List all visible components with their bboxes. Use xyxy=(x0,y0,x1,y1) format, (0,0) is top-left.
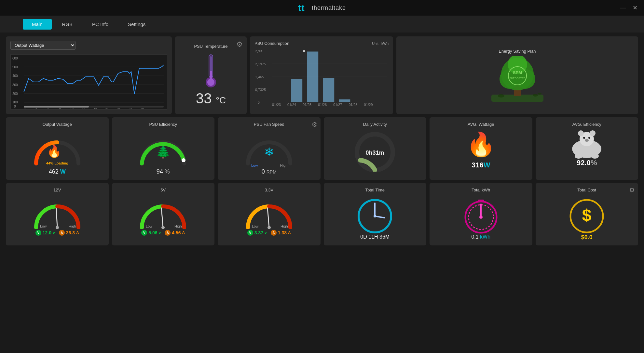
svg-text:27: 27 xyxy=(129,107,132,109)
output-wattage-chart-card: Output Wattage 600 500 400 300 xyxy=(6,36,172,114)
app-title-text: thermaltake xyxy=(312,5,346,11)
svg-text:Low: Low xyxy=(252,224,258,228)
svg-text:100: 100 xyxy=(12,100,18,104)
svg-rect-31 xyxy=(210,71,212,83)
total-time-value: 0D 11H 36M xyxy=(360,234,390,240)
v5-gauge-svg: Low High xyxy=(135,195,191,229)
svg-text:Low: Low xyxy=(251,163,258,167)
svg-text:44% Loading: 44% Loading xyxy=(46,161,68,165)
svg-point-93 xyxy=(267,226,271,229)
energy-title: Energy Saving Plan xyxy=(499,49,536,54)
v33-voltage-badge: V 3.37v xyxy=(247,230,267,236)
wattage-chart-svg: 600 500 400 300 200 100 0 0 3 6 9 xyxy=(11,55,167,109)
daily-activity-label: Daily Activity xyxy=(363,122,387,127)
psu-temp-value: 33 °C xyxy=(196,90,226,107)
svg-text:0: 0 xyxy=(258,100,260,104)
app-logo-icon: tt xyxy=(298,3,308,13)
svg-point-99 xyxy=(374,215,376,217)
svg-point-89 xyxy=(161,226,165,229)
output-wattage-value: 462 W xyxy=(49,168,66,175)
svg-point-85 xyxy=(56,226,59,229)
psu-efficiency-value: 94 % xyxy=(157,168,170,175)
psu-temp-card: PSU Temperature ⚙ 33 °C xyxy=(175,36,247,114)
consumption-card: PSU Consumption Unit : kWh 2,93 2,1975 1… xyxy=(250,36,393,114)
svg-text:24: 24 xyxy=(117,107,120,109)
svg-line-92 xyxy=(267,208,269,228)
psu-fan-gear-icon[interactable]: ⚙ xyxy=(311,121,317,128)
svg-text:300: 300 xyxy=(12,83,18,86)
total-cost-card: Total Cost ⚙ $ $0.0 xyxy=(536,183,638,245)
svg-text:01/28: 01/28 xyxy=(349,103,357,107)
energy-tree-icon: SPM SUPPORTED xyxy=(491,56,543,102)
svg-point-68 xyxy=(182,158,185,162)
svg-point-83 xyxy=(591,153,599,159)
svg-text:High: High xyxy=(69,224,76,228)
svg-rect-45 xyxy=(339,99,350,102)
psu-fan-card: PSU Fan Speed ⚙ ❄ Low High 0 RPM xyxy=(218,117,321,180)
v5-title: 5V xyxy=(160,188,166,192)
v5-v-circle: V xyxy=(141,230,147,236)
v12-a-circle: A xyxy=(59,230,65,236)
main-content: Output Wattage 600 500 400 300 xyxy=(0,33,644,249)
svg-text:🌲: 🌲 xyxy=(156,145,171,159)
tab-main[interactable]: Main xyxy=(23,19,52,30)
chart-dropdown[interactable]: Output Wattage xyxy=(10,41,75,50)
total-kwh-card: Total kWh 0.1 kWh xyxy=(430,183,532,245)
v33-v-circle: V xyxy=(247,230,253,236)
v12-ampere-badge: A 36.3A xyxy=(59,230,79,236)
svg-text:2,1975: 2,1975 xyxy=(255,62,266,66)
svg-text:3: 3 xyxy=(35,107,37,109)
svg-text:01/26: 01/26 xyxy=(318,103,327,107)
row-2: Output Wattage 🔥 44% Loading 462 W xyxy=(6,117,638,180)
consumption-unit: Unit : kWh xyxy=(372,42,389,46)
avg-wattage-value: 316W xyxy=(472,161,490,169)
total-time-clock-svg xyxy=(352,195,398,234)
tab-pcinfo[interactable]: PC Info xyxy=(83,19,117,30)
psu-fan-label: PSU Fan Speed xyxy=(254,122,284,127)
avg-wattage-flame-icon: 🔥 xyxy=(466,131,496,158)
total-cost-title: Total Cost xyxy=(577,188,596,192)
tab-rgb[interactable]: RGB xyxy=(53,19,82,30)
svg-text:Low: Low xyxy=(40,224,47,228)
total-cost-gear-icon[interactable]: ⚙ xyxy=(629,186,635,194)
svg-text:200: 200 xyxy=(12,92,18,96)
avg-efficiency-value: 92.0% xyxy=(577,159,597,167)
svg-text:0,7325: 0,7325 xyxy=(255,88,266,92)
polar-bear-icon xyxy=(566,129,608,159)
close-button[interactable]: ✕ xyxy=(633,4,637,11)
svg-text:30: 30 xyxy=(141,107,144,109)
svg-point-55 xyxy=(498,94,504,98)
v33-title: 3.3V xyxy=(265,188,273,192)
total-cost-value: $0.0 xyxy=(581,234,593,241)
svg-line-98 xyxy=(375,216,385,218)
avg-efficiency-card: AVG. Efficiency 92.0% xyxy=(536,117,638,180)
svg-rect-15 xyxy=(24,106,89,108)
avg-efficiency-label: AVG. Efficiency xyxy=(572,122,601,127)
v33-readings: V 3.37v A 1.38A xyxy=(247,230,291,236)
psu-temp-gear-icon[interactable]: ⚙ xyxy=(236,40,243,49)
app-title: tt thermaltake xyxy=(298,3,346,13)
tab-settings[interactable]: Settings xyxy=(119,19,155,30)
total-kwh-gauge-svg xyxy=(458,195,504,234)
svg-text:12: 12 xyxy=(70,107,74,109)
psu-fan-value: 0 RPM xyxy=(262,168,277,175)
psu-efficiency-card: PSU Efficiency 🌲 94 % xyxy=(112,117,215,180)
svg-text:SUPPORTED: SUPPORTED xyxy=(509,77,526,80)
svg-point-77 xyxy=(578,130,584,136)
v12-title: 12V xyxy=(53,188,61,192)
svg-text:🔥: 🔥 xyxy=(47,144,61,158)
svg-text:0: 0 xyxy=(14,105,16,108)
svg-text:0h31m: 0h31m xyxy=(366,150,384,156)
consumption-chart-svg: 2,93 2,1975 1,465 0,7325 0 xyxy=(254,47,389,107)
svg-point-103 xyxy=(479,216,483,219)
total-kwh-value: 0.1 kWh xyxy=(471,234,490,240)
svg-point-81 xyxy=(585,139,589,142)
minimize-button[interactable]: — xyxy=(620,4,626,11)
daily-activity-svg: 0h31m xyxy=(350,129,399,172)
svg-rect-44 xyxy=(323,78,334,102)
energy-saving-card: Energy Saving Plan SPM SUPPORTED xyxy=(396,36,638,114)
window-controls[interactable]: — ✕ xyxy=(620,4,637,11)
total-cost-svg: $ xyxy=(564,195,610,234)
svg-text:600: 600 xyxy=(12,56,18,60)
svg-text:01/29: 01/29 xyxy=(364,103,373,107)
